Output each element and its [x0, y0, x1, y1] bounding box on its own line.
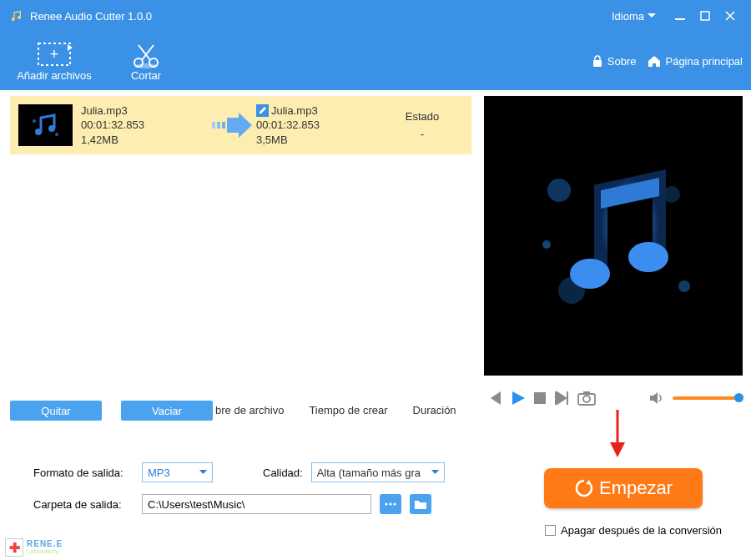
source-filename: Julia.mp3 [81, 103, 210, 119]
chevron-down-icon [648, 13, 656, 18]
conversion-arrow-icon [210, 113, 256, 138]
svg-point-13 [55, 133, 58, 136]
chevron-down-icon [431, 470, 439, 475]
output-folder-label: Carpeta de salida: [33, 498, 134, 511]
ellipsis-icon [385, 500, 396, 508]
svg-point-8 [134, 63, 158, 68]
svg-rect-15 [217, 122, 220, 129]
svg-text:+: + [50, 46, 59, 63]
snapshot-button[interactable] [577, 391, 596, 406]
remove-button[interactable]: Quitar [10, 401, 102, 421]
output-format-select[interactable]: MP3 [142, 462, 213, 482]
svg-point-28 [385, 502, 387, 505]
player-stop-button[interactable] [534, 392, 546, 404]
maximize-button[interactable] [693, 3, 718, 28]
status-header: Estado [373, 110, 471, 123]
volume-slider[interactable] [673, 396, 739, 400]
quality-select[interactable]: Alta (tamaño más gra [311, 462, 445, 482]
svg-rect-14 [212, 122, 215, 129]
browse-button[interactable] [380, 494, 401, 514]
about-link[interactable]: Sobre [592, 55, 637, 68]
svg-point-29 [389, 502, 391, 505]
svg-point-23 [628, 242, 668, 272]
preview-panel [484, 96, 743, 376]
volume-thumb[interactable] [734, 393, 743, 402]
language-selector[interactable]: Idioma [612, 10, 656, 23]
svg-point-22 [570, 259, 610, 289]
annotation-arrow [605, 406, 630, 464]
add-files-button[interactable]: + Añadir archivos [8, 33, 100, 89]
column-filename: bre de archivo [215, 404, 284, 416]
minimize-button[interactable] [668, 3, 693, 28]
volume-icon[interactable] [649, 391, 664, 405]
svg-rect-27 [583, 391, 590, 395]
close-button[interactable] [718, 3, 743, 28]
edit-icon[interactable] [256, 104, 269, 117]
clear-button[interactable]: Vaciar [121, 401, 213, 421]
shutdown-checkbox[interactable] [545, 525, 556, 536]
output-format-label: Formato de salida: [33, 467, 134, 479]
destination-duration: 00:01:32.853 [256, 118, 373, 133]
svg-rect-9 [593, 60, 602, 67]
music-note-icon [522, 144, 705, 328]
source-duration: 00:01:32.853 [81, 118, 210, 133]
source-size: 1,42MB [81, 133, 210, 148]
svg-rect-3 [701, 12, 709, 20]
svg-point-11 [48, 125, 55, 132]
start-button[interactable]: Empezar [544, 468, 703, 508]
scissors-icon [131, 41, 161, 69]
column-created: Tiempo de crear [309, 404, 387, 416]
add-files-label: Añadir archivos [17, 69, 92, 82]
output-folder-input[interactable] [142, 494, 371, 514]
svg-point-21 [542, 240, 551, 249]
shutdown-label: Apagar después de la conversión [561, 524, 722, 537]
player-prev-button[interactable] [487, 391, 502, 405]
language-label: Idioma [612, 10, 644, 23]
svg-rect-2 [675, 18, 685, 20]
destination-info: Julia.mp3 00:01:32.853 3,5MB [256, 103, 373, 148]
app-title: Renee Audio Cutter 1.0.0 [30, 10, 152, 23]
about-label: Sobre [607, 55, 637, 68]
player-controls [484, 384, 743, 412]
svg-point-0 [12, 18, 15, 21]
app-logo-icon [8, 8, 23, 23]
home-link[interactable]: Página principal [648, 55, 743, 68]
cut-label: Cortar [131, 69, 161, 82]
svg-point-1 [18, 16, 21, 19]
svg-point-17 [547, 179, 571, 202]
svg-point-30 [393, 502, 396, 505]
folder-icon [414, 499, 427, 509]
source-info: Julia.mp3 00:01:32.853 1,42MB [81, 103, 210, 148]
destination-size: 3,5MB [256, 133, 373, 148]
player-play-button[interactable] [511, 391, 526, 406]
source-thumbnail [18, 104, 73, 146]
column-duration: Duración [413, 404, 456, 416]
open-folder-button[interactable] [410, 494, 431, 514]
refresh-icon [574, 478, 594, 498]
destination-filename: Julia.mp3 [271, 103, 318, 119]
player-next-button[interactable] [554, 391, 569, 405]
file-list-row[interactable]: Julia.mp3 00:01:32.853 1,42MB Julia.mp3 … [10, 96, 471, 154]
lock-icon [592, 55, 603, 67]
svg-rect-16 [222, 122, 225, 129]
svg-point-12 [33, 119, 36, 123]
brand-logo: ✚ RENE.E Laboratory [5, 538, 63, 557]
add-files-icon: + [36, 41, 73, 69]
home-label: Página principal [665, 55, 743, 68]
svg-rect-24 [534, 392, 546, 404]
plus-icon: ✚ [5, 538, 23, 557]
chevron-down-icon [199, 470, 207, 475]
home-icon [648, 55, 661, 67]
status-value: - [373, 128, 471, 140]
svg-point-26 [583, 396, 590, 402]
cut-button[interactable]: Cortar [100, 33, 192, 89]
svg-point-10 [35, 129, 42, 135]
svg-point-20 [678, 280, 690, 292]
quality-label: Calidad: [263, 467, 303, 479]
